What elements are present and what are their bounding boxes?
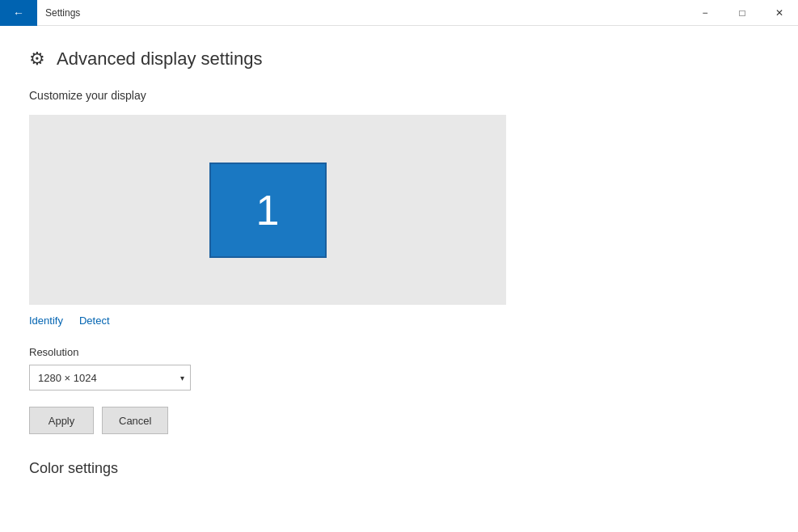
page-title: Advanced display settings — [57, 49, 262, 70]
section-title-customize: Customize your display — [29, 89, 769, 102]
main-content: ⚙ Advanced display settings Customize yo… — [0, 26, 798, 532]
minimize-button[interactable]: − — [686, 0, 724, 26]
apply-button[interactable]: Apply — [29, 407, 94, 434]
identify-link[interactable]: Identify — [29, 315, 63, 327]
resolution-label: Resolution — [29, 346, 769, 358]
resolution-select-container: 1920 × 1080 1280 × 1024 1024 × 768 800 ×… — [29, 365, 191, 391]
maximize-button[interactable]: □ — [724, 0, 761, 26]
monitor-box[interactable]: 1 — [209, 163, 327, 258]
cancel-button[interactable]: Cancel — [102, 407, 168, 434]
display-links: Identify Detect — [29, 315, 769, 327]
title-bar: ← Settings − □ ✕ — [0, 0, 798, 26]
gear-icon: ⚙ — [29, 49, 45, 70]
section-title-color-settings: Color settings — [29, 460, 769, 477]
button-row: Apply Cancel — [29, 407, 769, 434]
page-header: ⚙ Advanced display settings — [29, 49, 769, 70]
window-controls: − □ ✕ — [686, 0, 798, 26]
window-title: Settings — [37, 7, 686, 19]
resolution-select[interactable]: 1920 × 1080 1280 × 1024 1024 × 768 800 ×… — [29, 365, 191, 391]
back-arrow-icon: ← — [13, 6, 24, 19]
display-preview: 1 — [29, 115, 506, 305]
monitor-number: 1 — [256, 186, 280, 234]
detect-link[interactable]: Detect — [79, 315, 110, 327]
back-button[interactable]: ← — [0, 0, 37, 26]
close-button[interactable]: ✕ — [761, 0, 798, 26]
